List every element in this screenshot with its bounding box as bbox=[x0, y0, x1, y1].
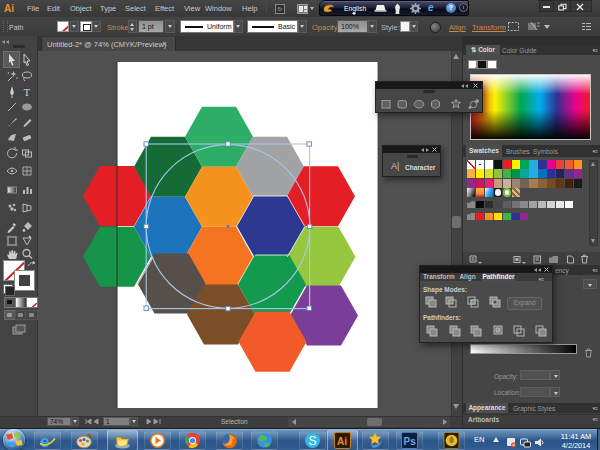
svg-text:T: T bbox=[24, 86, 31, 98]
svg-text:Ps: Ps bbox=[404, 436, 417, 447]
svg-text:e: e bbox=[40, 432, 49, 449]
svg-text:Ai: Ai bbox=[337, 436, 347, 447]
svg-text:S: S bbox=[309, 434, 317, 448]
